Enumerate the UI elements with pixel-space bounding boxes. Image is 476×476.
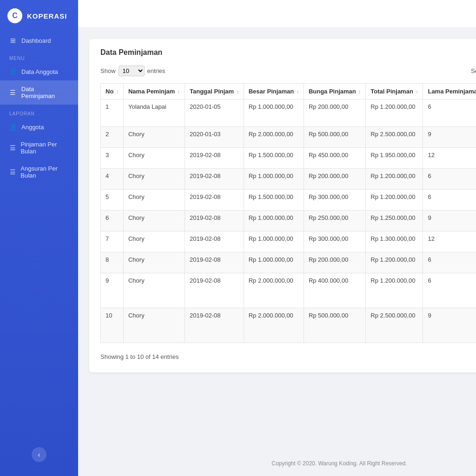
table-row: 8 Chory 2019-02-08 Rp 1.000.000,00 Rp 20… bbox=[101, 252, 476, 273]
col-total: Total Pinjaman ↕ bbox=[366, 84, 423, 99]
cell-total: Rp 1.200.000,00 bbox=[366, 273, 423, 308]
data-table: No ↕ Nama Peminjam ↕ Tanggal Pinjam ↕ Be… bbox=[100, 83, 476, 343]
cell-bunga: Rp 500.000,00 bbox=[304, 127, 365, 148]
laporan-anggota-icon: 👤 bbox=[9, 123, 17, 131]
cell-total: Rp 1.250.000,00 bbox=[366, 211, 423, 231]
cell-lama: 12 bbox=[423, 148, 476, 169]
show-entries: Show 10 25 50 100 entries bbox=[100, 66, 165, 76]
cell-bunga: Rp 300.000,00 bbox=[304, 231, 365, 252]
cell-besar: Rp 1.000.000,00 bbox=[244, 211, 304, 231]
pagination-row: Showing 1 to 10 of 14 entries Previous 1… bbox=[100, 350, 476, 363]
table-row: 1 Yolanda Lapai 2020-01-05 Rp 1.000.000,… bbox=[101, 99, 476, 127]
footer: Copyright © 2020. Warung Koding. All Rig… bbox=[78, 451, 476, 476]
cell-nama: Chory bbox=[123, 308, 185, 343]
main-card: Data Peminjaman Show 10 25 50 100 entrie… bbox=[89, 39, 476, 372]
cell-nama: Chory bbox=[123, 273, 185, 308]
show-label: Show bbox=[100, 67, 116, 74]
cell-nama: Chory bbox=[123, 169, 185, 190]
table-row: 4 Chory 2019-02-08 Rp 1.000.000,00 Rp 20… bbox=[101, 169, 476, 190]
cell-lama: 9 bbox=[423, 211, 476, 231]
cell-tanggal: 2020-01-03 bbox=[185, 127, 244, 148]
cell-bunga: Rp 200.000,00 bbox=[304, 99, 365, 127]
cell-bunga: Rp 500.000,00 bbox=[304, 308, 365, 343]
cell-nama: Chory bbox=[123, 127, 185, 148]
cell-lama: 9 bbox=[423, 127, 476, 148]
cell-nama: Chory bbox=[123, 231, 185, 252]
cell-tanggal: 2019-02-08 bbox=[185, 308, 244, 343]
cell-lama: 6 bbox=[423, 169, 476, 190]
cell-bunga: Rp 300.000,00 bbox=[304, 190, 365, 211]
cell-besar: Rp 2.000.000,00 bbox=[244, 127, 304, 148]
cell-total: Rp 1.200.000,00 bbox=[366, 99, 423, 127]
table-row: 2 Chory 2020-01-03 Rp 2.000.000,00 Rp 50… bbox=[101, 127, 476, 148]
cell-total: Rp 2.500.000,00 bbox=[366, 308, 423, 343]
sidebar-item-pinjaman-per-bulan[interactable]: ☰ Pinjaman Per Bulan bbox=[0, 136, 78, 160]
sidebar-item-anggota[interactable]: 👤 Anggota bbox=[0, 118, 78, 136]
sidebar-item-angsuran-per-bulan[interactable]: ☰ Angsuran Per Bulan bbox=[0, 160, 78, 184]
cell-tanggal: 2019-02-08 bbox=[185, 252, 244, 273]
table-row: 7 Chory 2019-02-08 Rp 1.000.000,00 Rp 30… bbox=[101, 231, 476, 252]
col-tanggal: Tanggal Pinjam ↕ bbox=[185, 84, 244, 99]
cell-no: 10 bbox=[101, 308, 124, 343]
cell-total: Rp 1.950.000,00 bbox=[366, 148, 423, 169]
cell-total: Rp 1.200.000,00 bbox=[366, 190, 423, 211]
cell-besar: Rp 1.500.000,00 bbox=[244, 148, 304, 169]
sidebar-item-label: Dashboard bbox=[21, 37, 51, 44]
cell-besar: Rp 1.500.000,00 bbox=[244, 190, 304, 211]
logo-icon: C bbox=[7, 8, 22, 23]
cell-bunga: Rp 250.000,00 bbox=[304, 211, 365, 231]
sidebar-section-menu: MENU bbox=[0, 49, 78, 63]
topbar: 🔔 1 Aldhitya Prasetya A bbox=[78, 0, 476, 28]
table-row: 3 Chory 2019-02-08 Rp 1.500.000,00 Rp 45… bbox=[101, 148, 476, 169]
cell-no: 6 bbox=[101, 211, 124, 231]
cell-tanggal: 2019-02-08 bbox=[185, 211, 244, 231]
page-content: Data Peminjaman Show 10 25 50 100 entrie… bbox=[78, 28, 476, 451]
cell-bunga: Rp 200.000,00 bbox=[304, 252, 365, 273]
cell-no: 8 bbox=[101, 252, 124, 273]
page-title: Data Peminjaman bbox=[100, 48, 476, 57]
cell-no: 9 bbox=[101, 273, 124, 308]
entries-label: entries bbox=[147, 67, 165, 74]
footer-text: Copyright © 2020. Warung Koding. All Rig… bbox=[271, 460, 407, 467]
cell-total: Rp 1.200.000,00 bbox=[366, 169, 423, 190]
cell-total: Rp 2.500.000,00 bbox=[366, 127, 423, 148]
sidebar-item-label: Anggota bbox=[21, 124, 44, 131]
sidebar-section-laporan: LAPORAN bbox=[0, 105, 78, 118]
entries-select[interactable]: 10 25 50 100 bbox=[119, 66, 145, 76]
cell-lama: 9 bbox=[423, 308, 476, 343]
pagination-info: Showing 1 to 10 of 14 entries bbox=[100, 353, 178, 360]
table-row: 10 Chory 2019-02-08 Rp 2.000.000,00 Rp 5… bbox=[101, 308, 476, 343]
sidebar-item-data-peminjaman[interactable]: ☰ Data Peminjaman bbox=[0, 80, 78, 105]
cell-besar: Rp 1.000.000,00 bbox=[244, 99, 304, 127]
main-content: 🔔 1 Aldhitya Prasetya A Data Peminjaman … bbox=[78, 0, 476, 476]
table-controls: Show 10 25 50 100 entries Search: bbox=[100, 65, 476, 77]
cell-total: Rp 1.300.000,00 bbox=[366, 231, 423, 252]
sidebar-logo: C KOPERASI bbox=[0, 0, 78, 32]
cell-nama: Chory bbox=[123, 252, 185, 273]
angsuran-icon: ☰ bbox=[9, 168, 16, 176]
table-header-row: No ↕ Nama Peminjam ↕ Tanggal Pinjam ↕ Be… bbox=[101, 84, 476, 99]
sidebar: C KOPERASI ⊞ Dashboard MENU 👤 Data Anggo… bbox=[0, 0, 78, 476]
sidebar-collapse-button[interactable]: ‹ bbox=[32, 447, 46, 462]
cell-nama: Chory bbox=[123, 148, 185, 169]
cell-bunga: Rp 450.000,00 bbox=[304, 148, 365, 169]
search-box: Search: bbox=[471, 65, 476, 77]
cell-no: 5 bbox=[101, 190, 124, 211]
search-label: Search: bbox=[471, 67, 476, 74]
col-lama: Lama Peminjaman ↕ bbox=[423, 84, 476, 99]
sidebar-nav: ⊞ Dashboard MENU 👤 Data Anggota ☰ Data P… bbox=[0, 32, 78, 443]
cell-total: Rp 1.200.000,00 bbox=[366, 252, 423, 273]
sidebar-item-data-anggota[interactable]: 👤 Data Anggota bbox=[0, 63, 78, 80]
col-bunga: Bunga Pinjaman ↕ bbox=[304, 84, 365, 99]
col-nama: Nama Peminjam ↕ bbox=[123, 84, 185, 99]
cell-tanggal: 2020-01-05 bbox=[185, 99, 244, 127]
cell-besar: Rp 2.000.000,00 bbox=[244, 273, 304, 308]
cell-bunga: Rp 400.000,00 bbox=[304, 273, 365, 308]
cell-no: 2 bbox=[101, 127, 124, 148]
sidebar-item-dashboard[interactable]: ⊞ Dashboard bbox=[0, 32, 78, 49]
sidebar-item-label: Data Anggota bbox=[21, 68, 58, 75]
cell-lama: 6 bbox=[423, 99, 476, 127]
cell-lama: 6 bbox=[423, 273, 476, 308]
cell-besar: Rp 2.000.000,00 bbox=[244, 308, 304, 343]
dashboard-icon: ⊞ bbox=[9, 37, 17, 44]
